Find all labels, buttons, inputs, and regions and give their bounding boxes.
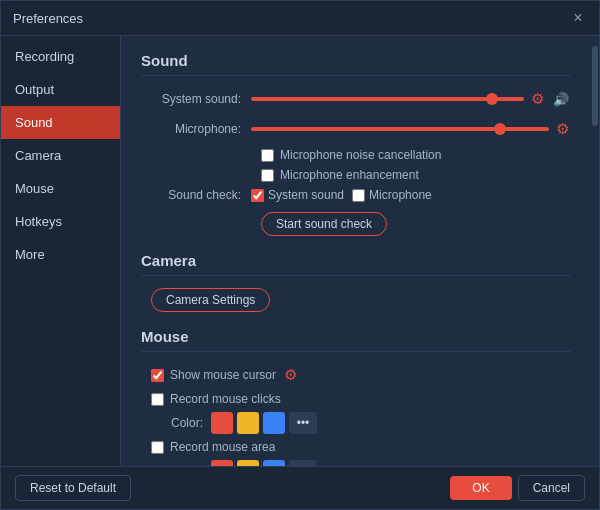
- microphone-slider[interactable]: [251, 127, 549, 131]
- preferences-window: Preferences × Recording Output Sound Cam…: [0, 0, 600, 510]
- ok-button[interactable]: OK: [450, 476, 511, 500]
- system-sound-speaker-icon[interactable]: 🔊: [551, 90, 571, 109]
- color-more-button-1[interactable]: •••: [289, 412, 317, 434]
- sound-check-system-checkbox[interactable]: [251, 189, 264, 202]
- color-swatch-red-1[interactable]: [211, 412, 233, 434]
- scrollbar-thumb[interactable]: [592, 46, 598, 126]
- microphone-row: Microphone: ⚙: [141, 118, 571, 140]
- mic-enhance-checkbox[interactable]: [261, 169, 274, 182]
- footer: Reset to Default OK Cancel: [1, 466, 599, 509]
- camera-section-title: Camera: [141, 252, 571, 276]
- record-area-label: Record mouse area: [170, 440, 275, 454]
- sound-section: Sound System sound: ⚙ 🔊 Microphone: ⚙: [141, 52, 571, 246]
- sidebar: Recording Output Sound Camera Mouse Hotk…: [1, 36, 121, 466]
- record-area-checkbox[interactable]: [151, 441, 164, 454]
- close-button[interactable]: ×: [569, 9, 587, 27]
- record-area-row: Record mouse area: [141, 440, 571, 454]
- color-row-1: Color: •••: [141, 412, 571, 434]
- sidebar-item-sound[interactable]: Sound: [1, 106, 120, 139]
- sound-check-mic-checkbox[interactable]: [352, 189, 365, 202]
- color-swatch-yellow-1[interactable]: [237, 412, 259, 434]
- reset-to-default-button[interactable]: Reset to Default: [15, 475, 131, 501]
- start-sound-check-button[interactable]: Start sound check: [261, 212, 387, 236]
- sound-section-title: Sound: [141, 52, 571, 76]
- sidebar-item-recording[interactable]: Recording: [1, 40, 120, 73]
- mic-noise-row: Microphone noise cancellation: [261, 148, 571, 162]
- mic-enhance-label: Microphone enhancement: [280, 168, 419, 182]
- footer-right: OK Cancel: [450, 475, 585, 501]
- system-sound-slider[interactable]: [251, 97, 524, 101]
- camera-section: Camera Camera Settings: [141, 252, 571, 322]
- sound-check-options: System sound Microphone: [251, 188, 432, 202]
- sound-check-mic-label: Microphone: [352, 188, 432, 202]
- cancel-button[interactable]: Cancel: [518, 475, 585, 501]
- sound-check-system-label: System sound: [251, 188, 344, 202]
- show-cursor-row: Show mouse cursor ⚙: [141, 364, 571, 386]
- microphone-label: Microphone:: [141, 122, 251, 136]
- microphone-slider-container: ⚙: [251, 118, 571, 140]
- sound-check-label: Sound check:: [141, 188, 251, 202]
- sidebar-item-more[interactable]: More: [1, 238, 120, 271]
- mic-noise-label: Microphone noise cancellation: [280, 148, 441, 162]
- record-clicks-label: Record mouse clicks: [170, 392, 281, 406]
- sidebar-item-hotkeys[interactable]: Hotkeys: [1, 205, 120, 238]
- system-sound-slider-container: ⚙ 🔊: [251, 88, 571, 110]
- title-bar: Preferences ×: [1, 1, 599, 36]
- show-cursor-gear-icon[interactable]: ⚙: [282, 364, 299, 386]
- system-sound-label: System sound:: [141, 92, 251, 106]
- system-sound-row: System sound: ⚙ 🔊: [141, 88, 571, 110]
- content-area: Recording Output Sound Camera Mouse Hotk…: [1, 36, 599, 466]
- mouse-section: Mouse Show mouse cursor ⚙ Record mouse c…: [141, 328, 571, 466]
- scrollbar-track[interactable]: [591, 36, 599, 466]
- window-title: Preferences: [13, 11, 83, 26]
- microphone-gear-icon[interactable]: ⚙: [554, 118, 571, 140]
- mic-enhance-row: Microphone enhancement: [261, 168, 571, 182]
- main-content: Sound System sound: ⚙ 🔊 Microphone: ⚙: [121, 36, 591, 466]
- record-clicks-row: Record mouse clicks: [141, 392, 571, 406]
- color-label-1: Color:: [151, 416, 211, 430]
- sidebar-item-camera[interactable]: Camera: [1, 139, 120, 172]
- show-cursor-checkbox[interactable]: [151, 369, 164, 382]
- color-swatch-blue-1[interactable]: [263, 412, 285, 434]
- show-cursor-label: Show mouse cursor: [170, 368, 276, 382]
- system-sound-gear-icon[interactable]: ⚙: [529, 88, 546, 110]
- mic-noise-checkbox[interactable]: [261, 149, 274, 162]
- record-clicks-checkbox[interactable]: [151, 393, 164, 406]
- sidebar-item-mouse[interactable]: Mouse: [1, 172, 120, 205]
- camera-settings-button[interactable]: Camera Settings: [151, 288, 270, 312]
- sound-check-row: Sound check: System sound Microphone: [141, 188, 571, 202]
- mouse-section-title: Mouse: [141, 328, 571, 352]
- sidebar-item-output[interactable]: Output: [1, 73, 120, 106]
